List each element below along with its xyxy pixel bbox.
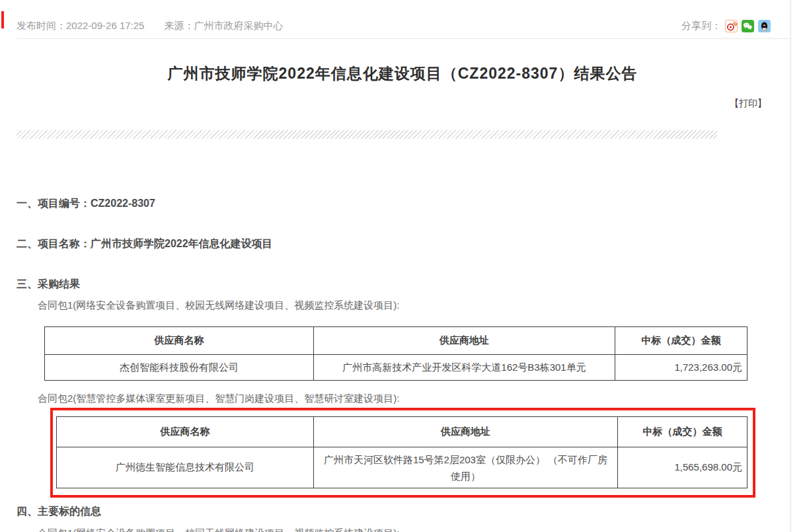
header-divider — [17, 38, 790, 39]
source-value: 广州市政府采购中心 — [194, 20, 283, 31]
print-button[interactable]: 【打印】 — [730, 98, 767, 108]
supplier-address-cell: 广州市天河区软件路15号第2层203室（仅限办公） （不可作厂房使用） — [314, 447, 618, 488]
table-row: 杰创智能科技股份有限公司 广州市高新技术产业开发区科学大道162号B3栋301单… — [45, 355, 748, 381]
print-row: 【打印】 — [0, 97, 805, 110]
col-header-supplier-name: 供应商名称 — [45, 327, 314, 355]
share-bar: 分享到： — [681, 20, 771, 32]
section-procurement-result: 三、采购结果 — [17, 278, 805, 289]
page-right-border — [790, 0, 791, 532]
section-main-subject-info: 四、主要标的信息 — [17, 506, 805, 517]
col-header-supplier-address: 供应商地址 — [314, 327, 615, 355]
package1-caption: 合同包1(网络安全设备购置项目、校园无线网络建设项目、视频监控系统建设项目): — [38, 300, 805, 311]
table-row: 广州德生智能信息技术有限公司 广州市天河区软件路15号第2层203室（仅限办公）… — [57, 447, 748, 488]
package2-caption: 合同包2(智慧管控多媒体课室更新项目、智慧门岗建设项目、智慧研讨室建设项目): — [38, 393, 805, 404]
supplier-name-cell: 广州德生智能信息技术有限公司 — [57, 447, 314, 488]
procurement-announcement-page: { "colors": { "highlight_red": "#f0211a"… — [0, 0, 805, 532]
page-title: 广州市技师学院2022年信息化建设项目（CZ2022-8307）结果公告 — [0, 63, 805, 84]
wechat-share-icon[interactable] — [742, 20, 754, 32]
supplier-name-cell: 杰创智能科技股份有限公司 — [45, 355, 314, 381]
section-project-name: 二、项目名称：广州市技师学院2022年信息化建设项目 — [17, 238, 805, 249]
red-annotation-tick — [1, 11, 4, 28]
source-label: 来源： — [164, 20, 194, 31]
col-header-supplier-name: 供应商名称 — [57, 417, 314, 447]
package2-result-table: 供应商名称 供应商地址 中标（成交）金额 广州德生智能信息技术有限公司 广州市天… — [56, 416, 748, 488]
publish-time-label: 发布时间： — [17, 20, 66, 31]
publish-info: 发布时间：2022-09-26 17:25来源：广州市政府采购中心 — [17, 20, 283, 32]
weibo-share-icon[interactable] — [725, 20, 738, 32]
section-project-number: 一、项目编号：CZ2022-8307 — [17, 198, 805, 209]
award-amount-cell: 1,565,698.00元 — [618, 447, 748, 488]
publish-time-value: 2022-09-26 17:25 — [66, 20, 144, 31]
supplier-address-text: 广州市天河区软件路15号第2层203室（仅限办公） （不可作厂房使用） — [314, 449, 617, 487]
share-label: 分享到： — [681, 20, 721, 32]
table-header-row: 供应商名称 供应商地址 中标（成交）金额 — [45, 327, 748, 355]
meta-bar: 发布时间：2022-09-26 17:25来源：广州市政府采购中心 分享到： — [0, 0, 805, 32]
col-header-award-amount: 中标（成交）金额 — [615, 327, 748, 355]
qq-share-icon[interactable] — [758, 20, 771, 32]
award-amount-cell: 1,723,263.00元 — [615, 355, 748, 381]
hatched-divider — [17, 130, 717, 139]
table-header-row: 供应商名称 供应商地址 中标（成交）金额 — [57, 417, 748, 447]
announcement-body: 一、项目编号：CZ2022-8307 二、项目名称：广州市技师学院2022年信息… — [0, 198, 805, 532]
red-highlight-box: 供应商名称 供应商地址 中标（成交）金额 广州德生智能信息技术有限公司 广州市天… — [50, 408, 755, 498]
supplier-address-cell: 广州市高新技术产业开发区科学大道162号B3栋301单元 — [314, 355, 615, 381]
package1-result-table: 供应商名称 供应商地址 中标（成交）金额 杰创智能科技股份有限公司 广州市高新技… — [44, 326, 748, 381]
col-header-supplier-address: 供应商地址 — [314, 417, 618, 447]
clipped-bottom-text: 合同包1(网络安全设备购置项目、校园无线网络建设项目、视频监控系统建设项目): — [38, 528, 805, 532]
col-header-award-amount: 中标（成交）金额 — [618, 417, 748, 447]
